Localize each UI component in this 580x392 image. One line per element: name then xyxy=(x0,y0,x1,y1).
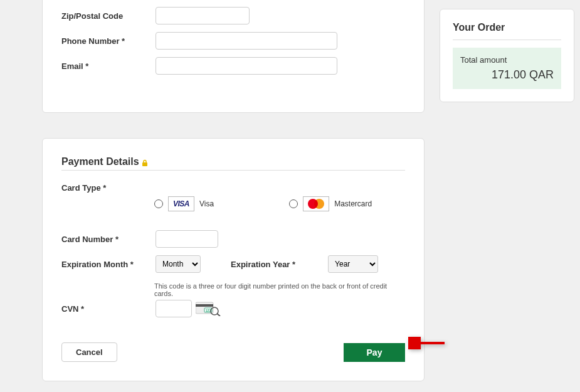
card-number-label: Card Number * xyxy=(61,235,156,244)
exp-month-label: Expiration Month * xyxy=(61,260,156,269)
zip-label: Zip/Postal Code xyxy=(61,11,156,21)
svg-rect-0 xyxy=(142,162,147,166)
card-number-input[interactable] xyxy=(156,230,218,248)
card-type-options: VISA Visa Mastercard xyxy=(154,196,405,211)
payment-panel: Payment Details Card Type * VISA Visa xyxy=(42,138,424,381)
order-title: Your Order xyxy=(453,22,561,40)
pay-button[interactable]: Pay xyxy=(344,343,405,362)
radio-icon xyxy=(154,199,163,208)
billing-panel: State/Province Zip/Postal Code Phone Num… xyxy=(42,0,424,113)
payment-title: Payment Details xyxy=(61,156,405,167)
order-summary-panel: Your Order Total amount 171.00 QAR xyxy=(440,9,574,102)
cancel-button[interactable]: Cancel xyxy=(61,342,117,362)
radio-icon xyxy=(289,199,298,208)
phone-input[interactable] xyxy=(156,32,337,50)
mastercard-text: Mastercard xyxy=(334,199,372,208)
total-amount: 171.00 QAR xyxy=(460,68,554,82)
visa-option[interactable]: VISA Visa xyxy=(154,196,214,211)
svg-text:123: 123 xyxy=(206,309,211,312)
mastercard-option[interactable]: Mastercard xyxy=(289,196,372,211)
exp-year-select[interactable]: Year xyxy=(328,255,378,273)
email-label: Email * xyxy=(61,61,156,71)
payment-title-text: Payment Details xyxy=(61,156,139,167)
exp-month-select[interactable]: Month xyxy=(156,255,201,273)
cvn-label: CVN * xyxy=(61,304,156,314)
total-label: Total amount xyxy=(460,55,554,65)
visa-text: Visa xyxy=(199,199,214,208)
visa-logo-icon: VISA xyxy=(168,196,194,211)
svg-rect-2 xyxy=(196,304,213,307)
total-box: Total amount 171.00 QAR xyxy=(453,48,561,89)
cvn-input[interactable] xyxy=(156,300,192,317)
svg-line-6 xyxy=(217,314,220,316)
divider xyxy=(61,170,405,171)
cvn-hint: This code is a three or four digit numbe… xyxy=(154,282,405,297)
lock-icon xyxy=(142,158,148,166)
email-input[interactable] xyxy=(156,57,337,75)
phone-label: Phone Number * xyxy=(61,36,156,46)
zip-input[interactable] xyxy=(156,7,250,24)
card-type-label: Card Type * xyxy=(61,183,156,193)
cvn-help-icon: 123 xyxy=(196,301,221,316)
exp-year-label: Expiration Year * xyxy=(231,260,295,269)
mastercard-logo-icon xyxy=(303,196,329,211)
